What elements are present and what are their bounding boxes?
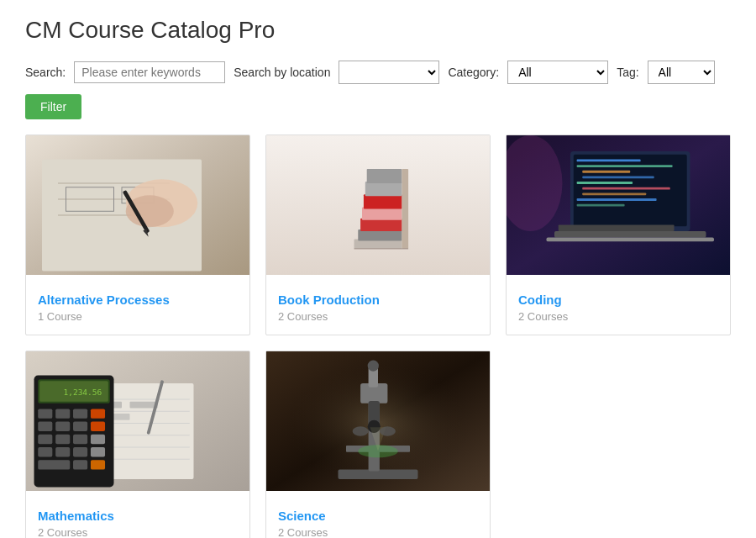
svg-rect-34: [577, 198, 657, 201]
svg-rect-21: [402, 169, 409, 249]
location-label: Search by location: [234, 66, 330, 79]
svg-rect-36: [554, 231, 706, 238]
card-count-science: 2 Courses: [278, 526, 478, 538]
card-image-coding: [507, 135, 730, 282]
course-card-coding[interactable]: Coding2 Courses: [506, 134, 731, 335]
card-image-alt-processes: [26, 135, 249, 282]
svg-rect-20: [367, 169, 402, 183]
svg-rect-38: [559, 224, 675, 231]
svg-rect-71: [55, 447, 70, 456]
svg-point-91: [353, 426, 369, 435]
page-title: CM Course Catalog Pro: [25, 17, 731, 44]
svg-rect-28: [577, 165, 673, 167]
course-card-science[interactable]: Science2 Courses: [265, 351, 491, 538]
svg-rect-16: [360, 219, 402, 231]
svg-rect-76: [91, 460, 105, 469]
svg-rect-17: [362, 208, 402, 220]
card-title-science[interactable]: Science: [278, 509, 478, 523]
svg-rect-35: [577, 204, 625, 207]
search-label: Search:: [25, 66, 66, 79]
svg-rect-66: [38, 435, 52, 444]
svg-point-92: [380, 426, 396, 435]
svg-rect-27: [577, 160, 641, 162]
svg-rect-51: [130, 402, 158, 409]
svg-rect-18: [364, 194, 402, 208]
svg-rect-63: [55, 422, 70, 431]
svg-rect-64: [73, 422, 87, 431]
svg-rect-73: [91, 447, 105, 456]
svg-rect-62: [38, 422, 52, 431]
card-title-coding[interactable]: Coding: [518, 293, 718, 307]
svg-point-9: [126, 195, 174, 227]
tag-label: Tag:: [617, 66, 638, 79]
svg-rect-31: [577, 182, 633, 184]
svg-rect-19: [365, 182, 402, 196]
svg-rect-68: [73, 435, 87, 444]
category-select[interactable]: All: [507, 61, 608, 84]
course-card-mathematics[interactable]: 1,234.56 Mathematics2 Courses: [25, 351, 250, 538]
category-label: Category:: [448, 66, 499, 79]
card-title-mathematics[interactable]: Mathematics: [38, 509, 238, 523]
svg-rect-29: [582, 171, 630, 173]
svg-rect-37: [547, 238, 715, 242]
svg-rect-69: [91, 435, 105, 444]
course-card-book-production[interactable]: Book Production2 Courses: [265, 134, 491, 335]
svg-text:1,234.56: 1,234.56: [63, 388, 102, 397]
svg-rect-65: [91, 422, 105, 431]
svg-rect-61: [91, 409, 105, 418]
svg-rect-60: [73, 409, 87, 418]
card-count-alt-processes: 1 Course: [38, 310, 238, 323]
svg-rect-33: [582, 193, 646, 195]
svg-rect-15: [358, 229, 402, 240]
svg-rect-72: [73, 447, 87, 456]
svg-rect-75: [73, 460, 87, 469]
svg-rect-67: [55, 435, 70, 444]
filter-button[interactable]: Filter: [25, 94, 81, 119]
location-select[interactable]: [339, 61, 439, 84]
card-count-book-production: 2 Courses: [278, 310, 478, 323]
svg-rect-32: [582, 187, 670, 190]
svg-rect-59: [55, 409, 70, 418]
course-card-alt-processes[interactable]: Alternative Processes1 Course: [25, 134, 250, 335]
card-title-book-production[interactable]: Book Production: [278, 293, 478, 307]
tag-select[interactable]: All: [648, 61, 715, 84]
search-bar: Search: Search by location Category: All…: [25, 61, 731, 84]
svg-rect-58: [38, 409, 52, 418]
card-title-alt-processes[interactable]: Alternative Processes: [38, 293, 238, 307]
svg-rect-74: [38, 460, 70, 469]
card-count-coding: 2 Courses: [518, 310, 718, 323]
search-input[interactable]: [74, 61, 225, 83]
svg-rect-70: [38, 447, 52, 456]
svg-rect-30: [582, 176, 654, 178]
card-image-mathematics: 1,234.56: [26, 351, 249, 498]
card-image-book-production: [266, 135, 490, 282]
svg-point-85: [368, 360, 379, 371]
course-grid: Alternative Processes1 Course: [25, 134, 731, 538]
card-image-science: [266, 351, 490, 498]
card-count-mathematics: 2 Courses: [38, 526, 238, 538]
